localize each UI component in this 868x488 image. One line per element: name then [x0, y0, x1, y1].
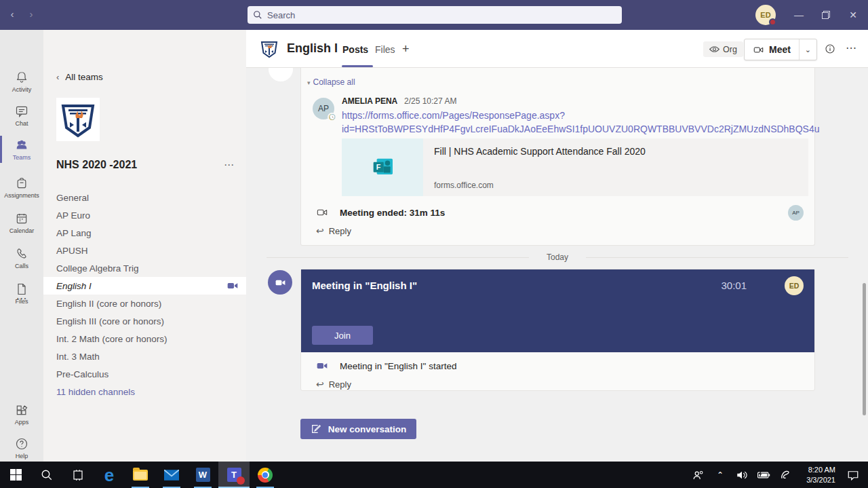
all-teams-label: All teams: [65, 72, 103, 82]
add-tab-button[interactable]: +: [402, 42, 410, 56]
channel-ap-euro[interactable]: AP Euro: [43, 206, 246, 224]
reply-button[interactable]: ↩ Reply: [316, 379, 351, 390]
word-icon: W: [196, 468, 210, 482]
collapse-all-link[interactable]: ▾Collapse all: [307, 77, 355, 87]
channel-label: AP Euro: [56, 210, 90, 221]
meet-dropdown-button[interactable]: ⌄: [799, 39, 816, 60]
team-logo-nhs[interactable]: [56, 98, 100, 141]
channel-label: English III (core or honors): [56, 316, 164, 326]
reply-button[interactable]: ↩ Reply: [316, 225, 351, 236]
taskbar-word[interactable]: W: [187, 462, 218, 488]
rail-item-help[interactable]: Help: [0, 432, 43, 464]
clock-time: 8:20 AM: [796, 465, 835, 475]
forms-link-line2[interactable]: id=HRStToBWPESYdHfP4FgvLcreIFuaDkJAoEeEh…: [342, 124, 820, 134]
team-more-options-icon[interactable]: ⋯: [224, 159, 235, 171]
meet-button[interactable]: Meet ⌄: [744, 39, 817, 60]
tray-battery-button[interactable]: [753, 462, 774, 488]
rail-item-teams[interactable]: Teams: [0, 133, 43, 166]
tray-hidden-icons-button[interactable]: ⌃: [709, 462, 731, 488]
channel-label: Int. 3 Math: [56, 352, 100, 362]
channel-label: Int. 2 Math (core or honors): [56, 334, 167, 344]
start-button[interactable]: [0, 462, 31, 488]
post-timestamp: 2/25 10:27 AM: [404, 96, 456, 106]
channel-apush[interactable]: APUSH: [43, 242, 246, 259]
divider-line: [267, 257, 529, 258]
rail-more-apps-icon[interactable]: ⋯: [0, 292, 43, 305]
taskbar-edge[interactable]: e: [94, 462, 125, 488]
meeting-banner[interactable]: Meeting in "English I" 30:01 ED Join: [301, 269, 814, 352]
action-center-button[interactable]: [838, 462, 868, 488]
svg-text:F: F: [376, 163, 381, 171]
channel-english-2[interactable]: English II (core or honors): [43, 295, 246, 312]
search-box[interactable]: [248, 6, 622, 24]
preview-domain: forms.office.com: [434, 181, 494, 190]
organizer-avatar[interactable]: ED: [785, 276, 804, 295]
channel-english-3[interactable]: English III (core or honors): [43, 312, 246, 330]
new-conversation-button[interactable]: New conversation: [300, 419, 416, 439]
search-input[interactable]: [267, 10, 616, 20]
task-view-icon: [72, 469, 84, 481]
mail-icon: [164, 470, 179, 481]
channel-pre-calculus[interactable]: Pre-Calculus: [43, 365, 246, 383]
chrome-icon: [258, 468, 273, 483]
preview-title: Fill | NHS Academic Support Attendance F…: [434, 146, 646, 157]
meet-button-main[interactable]: Meet: [745, 39, 799, 60]
rail-item-calls[interactable]: Calls: [0, 242, 43, 274]
channel-int3-math[interactable]: Int. 3 Math: [43, 348, 246, 365]
rail-item-assignments[interactable]: Assignments: [0, 171, 43, 204]
nav-back-icon[interactable]: ‹: [5, 8, 19, 20]
taskbar-teams[interactable]: T: [218, 462, 250, 488]
all-teams-back[interactable]: ‹ All teams: [56, 72, 103, 82]
meet-camera-icon: [753, 45, 764, 55]
channel-ap-lang[interactable]: AP Lang: [43, 224, 246, 242]
channel-int2-math[interactable]: Int. 2 Math (core or honors): [43, 330, 246, 348]
channel-english-1[interactable]: English I: [43, 277, 246, 295]
camera-filled-icon: [316, 360, 328, 371]
tray-pen-button[interactable]: [774, 462, 796, 488]
collapse-triangle-icon: ▾: [307, 79, 311, 86]
rail-item-calendar[interactable]: Calendar: [0, 206, 43, 239]
back-chevron-icon: ‹: [56, 72, 59, 82]
link-preview-card[interactable]: F Fill | NHS Academic Support Attendance…: [342, 138, 808, 196]
search-icon: [41, 469, 53, 481]
nav-forward-icon[interactable]: ›: [24, 8, 38, 20]
header-more-options-icon[interactable]: ⋯: [846, 41, 857, 54]
tab-files[interactable]: Files: [375, 44, 395, 55]
rail-label: Calls: [15, 263, 28, 269]
meeting-title: Meeting in "English I": [312, 280, 417, 291]
teams-people-icon: [15, 138, 28, 152]
taskbar-file-explorer[interactable]: [125, 462, 156, 488]
close-button[interactable]: ✕: [840, 0, 867, 30]
microsoft-forms-icon: F: [369, 154, 396, 181]
tray-people-button[interactable]: [688, 462, 709, 488]
rail-item-apps[interactable]: Apps: [0, 398, 43, 430]
taskbar-chrome[interactable]: [250, 462, 281, 488]
rail-item-chat[interactable]: Chat: [0, 99, 43, 132]
channel-general[interactable]: General: [43, 189, 246, 206]
tray-volume-button[interactable]: [731, 462, 753, 488]
minimize-button[interactable]: —: [785, 0, 812, 30]
feed-scrollbar[interactable]: [863, 283, 866, 415]
hidden-channels-link[interactable]: 11 hidden channels: [56, 387, 135, 397]
org-visibility-badge[interactable]: Org: [703, 41, 743, 57]
taskbar-mail[interactable]: [156, 462, 187, 488]
tab-posts[interactable]: Posts: [342, 44, 368, 55]
taskbar-clock[interactable]: 8:20 AM 3/3/2021: [796, 465, 838, 485]
apps-grid-icon: [15, 403, 28, 417]
meeting-timer: 30:01: [721, 280, 747, 291]
forms-link-line1[interactable]: https://forms.office.com/Pages/ResponseP…: [342, 110, 565, 121]
meet-label: Meet: [769, 44, 791, 55]
task-view-button[interactable]: [62, 462, 94, 488]
taskbar-search-button[interactable]: [31, 462, 62, 488]
info-button[interactable]: [825, 43, 835, 54]
maximize-button[interactable]: [812, 0, 840, 30]
channel-college-algebra-trig[interactable]: College Algebra Trig: [43, 259, 246, 277]
pen-icon: [780, 470, 791, 481]
phone-icon: [15, 247, 28, 261]
camera-outline-icon: [316, 207, 328, 218]
help-icon: [15, 437, 28, 451]
channel-avatar-nhs: [258, 38, 280, 60]
join-meeting-button[interactable]: Join: [312, 326, 373, 345]
date-divider-label: Today: [529, 252, 586, 262]
rail-item-activity[interactable]: Activity: [0, 65, 43, 98]
